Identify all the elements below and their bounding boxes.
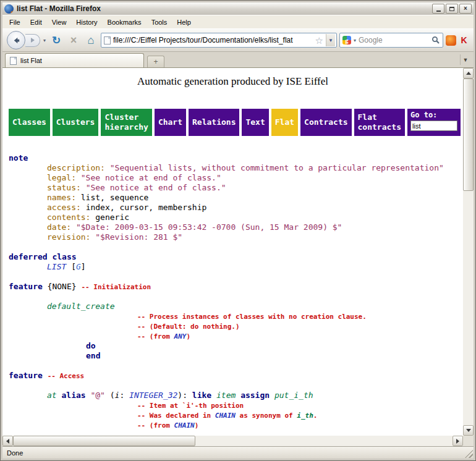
addon-icon-1[interactable] <box>446 35 456 46</box>
scroll-left-button[interactable] <box>2 436 13 446</box>
horizontal-scroll-thumb[interactable] <box>13 436 195 446</box>
code-line: description: "Sequential lists, without … <box>9 163 463 173</box>
menu-bookmarks[interactable]: Bookmarks <box>103 17 147 28</box>
site-favicon <box>104 36 111 44</box>
search-engine-dropdown-icon[interactable]: ▾ <box>353 38 357 43</box>
code-line <box>9 272 463 282</box>
goto-label: Go to: <box>410 111 457 119</box>
scroll-up-button[interactable] <box>463 68 474 78</box>
forward-button[interactable] <box>25 34 40 47</box>
doc-nav-buttons: Classes Clusters Cluster hierarchy Chart… <box>9 109 463 136</box>
status-bar: Done <box>2 446 474 459</box>
goto-input[interactable] <box>410 121 457 131</box>
history-dropdown-icon[interactable]: ▾ <box>43 38 46 43</box>
menu-view[interactable]: View <box>47 17 72 28</box>
code-line: feature {NONE} -- Initialization <box>9 282 463 292</box>
close-icon: × <box>464 6 467 12</box>
code-line: access: index, cursor, membership <box>9 203 463 213</box>
nav-button-chart[interactable]: Chart <box>155 109 186 136</box>
up-arrow-icon <box>466 72 471 75</box>
menu-history[interactable]: History <box>71 17 102 28</box>
scrollbar-corner <box>463 436 474 446</box>
status-text: Done <box>7 449 23 457</box>
vertical-scroll-thumb[interactable] <box>463 78 474 191</box>
horizontal-scrollbar[interactable] <box>2 436 463 446</box>
right-arrow-icon <box>456 439 459 444</box>
back-arrow-icon <box>12 36 21 45</box>
nav-button-flat-contracts[interactable]: Flat contracts <box>354 109 405 136</box>
left-arrow-icon <box>6 439 9 444</box>
code-line: legal: "See notice at end of class." <box>9 173 463 183</box>
scroll-down-button[interactable] <box>463 425 474 436</box>
url-dropdown-button[interactable]: ▼ <box>326 34 335 46</box>
bookmark-star-icon[interactable]: ☆ <box>315 36 323 45</box>
nav-button-relations[interactable]: Relations <box>189 109 239 136</box>
page-title: Automatic generation produced by ISE Eif… <box>2 75 463 88</box>
addon-icon-2[interactable]: K <box>459 35 469 46</box>
code-line <box>9 361 463 371</box>
code-line: names: list, sequence <box>9 193 463 203</box>
forward-arrow-icon <box>29 36 36 44</box>
nav-button-text[interactable]: Text <box>242 109 268 136</box>
plus-icon: + <box>153 57 158 66</box>
reload-icon[interactable]: ↻ <box>49 33 64 48</box>
code-line: at alias "@" (i: INTEGER_32): like item … <box>9 391 463 400</box>
code-line: end <box>9 351 463 361</box>
scroll-right-button[interactable] <box>453 436 463 446</box>
menu-edit[interactable]: Edit <box>25 17 47 28</box>
new-tab-button[interactable]: + <box>147 56 164 67</box>
navigation-toolbar: ▾ ↻ × ⌂ file:///C:/Eiffel Projects/tour/… <box>2 28 474 52</box>
nav-button-flat[interactable]: Flat <box>271 109 298 136</box>
menu-tools[interactable]: Tools <box>147 17 172 28</box>
code-view: notedescription: "Sequential lists, with… <box>2 153 463 430</box>
code-line: -- (Default: do nothing.) <box>9 321 463 331</box>
magnifier-icon[interactable] <box>431 36 440 44</box>
firefox-window: list Flat - Mozilla Firefox × File Edit … <box>0 0 476 461</box>
code-line: -- Process instances of classes with no … <box>9 311 463 321</box>
search-bar[interactable]: g ▾ <box>339 33 443 48</box>
tab-favicon <box>10 57 17 65</box>
tab-label: list Flat <box>20 57 42 64</box>
back-button[interactable] <box>7 31 25 49</box>
home-icon[interactable]: ⌂ <box>83 33 98 48</box>
code-line: revision: "$Revision: 281 $" <box>9 232 463 242</box>
minimize-button[interactable] <box>432 4 444 14</box>
titlebar[interactable]: list Flat - Mozilla Firefox × <box>2 2 474 15</box>
down-arrow-icon <box>466 429 471 432</box>
url-text[interactable]: file:///C:/Eiffel Projects/tour/Document… <box>113 36 313 44</box>
code-line: date: "$Date: 2009-03-15 09:53:42 -0700 … <box>9 222 463 232</box>
browser-content: Automatic generation produced by ISE Eif… <box>2 68 474 446</box>
maximize-button[interactable] <box>446 4 458 14</box>
code-line: note <box>9 153 463 163</box>
menu-file[interactable]: File <box>4 17 25 28</box>
code-line: -- Item at `i'-th position <box>9 400 463 410</box>
firefox-icon <box>4 4 14 14</box>
maximize-icon <box>449 7 454 11</box>
window-controls: × <box>432 4 472 14</box>
code-line: -- (from ANY) <box>9 331 463 341</box>
nav-button-classes[interactable]: Classes <box>9 109 50 136</box>
tab-bar: list Flat + ▼ <box>2 52 474 68</box>
search-input[interactable] <box>359 36 430 44</box>
url-bar[interactable]: file:///C:/Eiffel Projects/tour/Document… <box>101 33 337 48</box>
code-line <box>9 242 463 252</box>
resize-grip[interactable] <box>465 450 473 458</box>
nav-button-clusters[interactable]: Clusters <box>53 109 99 136</box>
stop-icon[interactable]: × <box>66 33 81 48</box>
code-line <box>9 292 463 302</box>
code-line: feature -- Access <box>9 371 463 381</box>
code-line: LIST [G] <box>9 262 463 272</box>
vertical-scrollbar[interactable] <box>463 68 474 436</box>
nav-button-contracts[interactable]: Contracts <box>300 109 351 136</box>
tab-list-flat[interactable]: list Flat <box>5 53 144 67</box>
close-button[interactable]: × <box>459 4 472 14</box>
google-icon[interactable]: g <box>342 36 351 44</box>
nav-button-cluster-hierarchy[interactable]: Cluster hierarchy <box>101 109 151 136</box>
code-line: do <box>9 341 463 351</box>
menu-help[interactable]: Help <box>172 17 196 28</box>
list-all-tabs-button[interactable]: ▼ <box>460 54 470 65</box>
code-line: -- (from CHAIN) <box>9 420 463 430</box>
code-line: -- Was declared in CHAIN as synonym of i… <box>9 410 463 420</box>
menu-bar: File Edit View History Bookmarks Tools H… <box>2 15 474 28</box>
code-line: contents: generic <box>9 213 463 222</box>
